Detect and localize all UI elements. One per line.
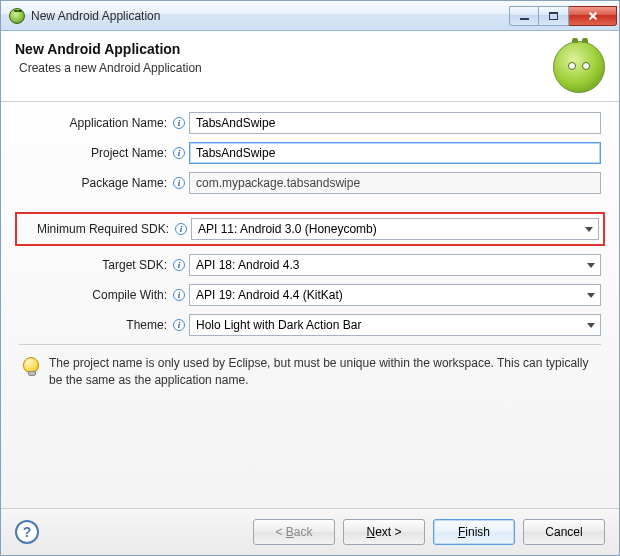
close-button[interactable]	[569, 6, 617, 26]
label-min-sdk: Minimum Required SDK:	[21, 222, 171, 236]
hint-text: The project name is only used by Eclipse…	[49, 355, 597, 389]
compile-with-value: API 19: Android 4.4 (KitKat)	[196, 288, 582, 302]
maximize-button[interactable]	[539, 6, 569, 26]
row-compile-with: Compile With: i API 19: Android 4.4 (Kit…	[19, 284, 601, 306]
info-icon[interactable]: i	[173, 177, 185, 189]
cancel-button[interactable]: Cancel	[523, 519, 605, 545]
min-sdk-highlight: Minimum Required SDK: i API 11: Android …	[15, 212, 605, 246]
target-sdk-select[interactable]: API 18: Android 4.3	[189, 254, 601, 276]
lightbulb-icon	[23, 357, 39, 373]
theme-value: Holo Light with Dark Action Bar	[196, 318, 582, 332]
chevron-down-icon	[580, 219, 598, 239]
label-compile-with: Compile With:	[19, 288, 169, 302]
android-wizard-icon	[553, 41, 605, 93]
info-icon[interactable]: i	[173, 259, 185, 271]
target-sdk-value: API 18: Android 4.3	[196, 258, 582, 272]
minimize-button[interactable]	[509, 6, 539, 26]
page-subtitle: Creates a new Android Application	[19, 61, 553, 75]
page-title: New Android Application	[15, 41, 553, 57]
android-app-icon	[9, 8, 25, 24]
wizard-header: New Android Application Creates a new An…	[1, 31, 619, 102]
titlebar: New Android Application	[1, 1, 619, 31]
theme-select[interactable]: Holo Light with Dark Action Bar	[189, 314, 601, 336]
window-title: New Android Application	[31, 9, 509, 23]
row-min-sdk: Minimum Required SDK: i API 11: Android …	[21, 218, 599, 240]
info-icon[interactable]: i	[173, 289, 185, 301]
info-icon[interactable]: i	[175, 223, 187, 235]
info-icon[interactable]: i	[173, 147, 185, 159]
hint-note: The project name is only used by Eclipse…	[19, 355, 601, 399]
label-application-name: Application Name:	[19, 116, 169, 130]
window-controls	[509, 6, 617, 26]
info-icon[interactable]: i	[173, 319, 185, 331]
chevron-down-icon	[582, 255, 600, 275]
form-area: Application Name: i Project Name: i Pack…	[1, 102, 619, 513]
next-button[interactable]: Next >	[343, 519, 425, 545]
row-theme: Theme: i Holo Light with Dark Action Bar	[19, 314, 601, 336]
compile-with-select[interactable]: API 19: Android 4.4 (KitKat)	[189, 284, 601, 306]
label-theme: Theme:	[19, 318, 169, 332]
min-sdk-value: API 11: Android 3.0 (Honeycomb)	[198, 222, 580, 236]
row-package-name: Package Name: i	[19, 172, 601, 194]
finish-button[interactable]: Finish	[433, 519, 515, 545]
package-name-input[interactable]	[189, 172, 601, 194]
min-sdk-select[interactable]: API 11: Android 3.0 (Honeycomb)	[191, 218, 599, 240]
info-icon[interactable]: i	[173, 117, 185, 129]
label-package-name: Package Name:	[19, 176, 169, 190]
wizard-footer: ? < Back Next > Finish Cancel	[1, 508, 619, 555]
label-target-sdk: Target SDK:	[19, 258, 169, 272]
divider	[19, 344, 601, 345]
back-button: < Back	[253, 519, 335, 545]
row-project-name: Project Name: i	[19, 142, 601, 164]
application-name-input[interactable]	[189, 112, 601, 134]
project-name-input[interactable]	[189, 142, 601, 164]
help-icon[interactable]: ?	[15, 520, 39, 544]
row-application-name: Application Name: i	[19, 112, 601, 134]
chevron-down-icon	[582, 315, 600, 335]
label-project-name: Project Name:	[19, 146, 169, 160]
row-target-sdk: Target SDK: i API 18: Android 4.3	[19, 254, 601, 276]
chevron-down-icon	[582, 285, 600, 305]
